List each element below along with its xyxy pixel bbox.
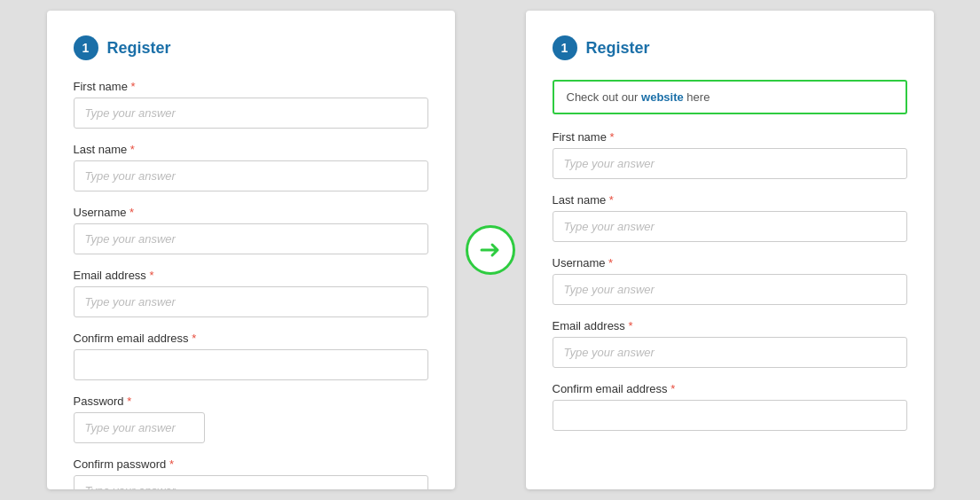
left-lastname-group: Last name * — [74, 143, 428, 191]
right-email-required: * — [628, 319, 632, 332]
right-confirm-email-input[interactable] — [553, 400, 907, 431]
right-confirm-email-group: Confirm email address * — [553, 382, 907, 431]
left-password-input[interactable] — [74, 412, 205, 443]
left-username-label: Username * — [74, 206, 428, 219]
left-email-required: * — [149, 269, 153, 282]
right-email-input[interactable] — [553, 337, 907, 368]
left-firstname-label: First name * — [74, 80, 428, 93]
right-step-badge: 1 — [553, 35, 577, 60]
info-box: Check out our website here — [553, 80, 907, 114]
right-register-header: 1 Register — [553, 35, 907, 60]
right-email-group: Email address * — [553, 319, 907, 368]
right-username-input[interactable] — [553, 274, 907, 305]
right-username-label: Username * — [553, 256, 907, 270]
right-lastname-label: Last name * — [553, 193, 907, 207]
right-lastname-group: Last name * — [553, 193, 907, 242]
right-firstname-required: * — [610, 130, 615, 144]
left-confirm-email-label: Confirm email address * — [74, 332, 428, 345]
right-lastname-required: * — [609, 193, 614, 207]
info-text-before: Check out our — [567, 90, 642, 104]
left-confirm-password-group: Confirm password * — [74, 457, 428, 489]
left-step-badge: 1 — [74, 35, 98, 60]
left-confirm-password-label: Confirm password * — [74, 457, 428, 471]
right-panel: 1 Register Check out our website here Fi… — [526, 11, 934, 489]
left-confirm-email-input[interactable] — [74, 349, 428, 380]
info-link[interactable]: website — [641, 90, 684, 104]
left-lastname-required: * — [130, 143, 135, 156]
left-email-group: Email address * — [74, 269, 428, 317]
arrow-circle — [466, 225, 515, 275]
left-confirm-email-group: Confirm email address * — [74, 332, 428, 380]
right-username-group: Username * — [553, 256, 907, 305]
left-register-header: 1 Register — [74, 35, 428, 60]
left-register-title: Register — [107, 39, 171, 58]
left-email-input[interactable] — [74, 286, 428, 317]
right-lastname-input[interactable] — [553, 211, 907, 242]
right-firstname-input[interactable] — [553, 148, 907, 179]
left-confirm-email-required: * — [192, 332, 196, 345]
left-confirm-password-required: * — [169, 457, 174, 471]
left-username-required: * — [129, 206, 134, 219]
right-username-required: * — [608, 256, 613, 270]
info-text-after: here — [684, 90, 710, 104]
arrow-container — [455, 225, 526, 275]
left-firstname-group: First name * — [74, 80, 428, 129]
left-lastname-label: Last name * — [74, 143, 428, 156]
left-lastname-input[interactable] — [74, 160, 428, 191]
right-firstname-label: First name * — [553, 130, 907, 144]
left-email-label: Email address * — [74, 269, 428, 282]
left-password-group: Password * — [74, 395, 428, 443]
arrow-icon — [478, 238, 503, 262]
main-container: 1 Register First name * Last name * User… — [0, 0, 980, 500]
left-username-group: Username * — [74, 206, 428, 254]
left-confirm-password-input[interactable] — [74, 475, 428, 489]
right-firstname-group: First name * — [553, 130, 907, 179]
left-password-label: Password * — [74, 395, 428, 408]
right-confirm-email-label: Confirm email address * — [553, 382, 907, 395]
left-firstname-required: * — [131, 80, 136, 93]
right-register-title: Register — [586, 39, 650, 58]
right-confirm-email-required: * — [670, 382, 675, 395]
left-username-input[interactable] — [74, 223, 428, 254]
left-panel: 1 Register First name * Last name * User… — [47, 11, 455, 489]
left-firstname-input[interactable] — [74, 98, 428, 129]
right-email-label: Email address * — [553, 319, 907, 332]
left-password-required: * — [127, 395, 131, 408]
